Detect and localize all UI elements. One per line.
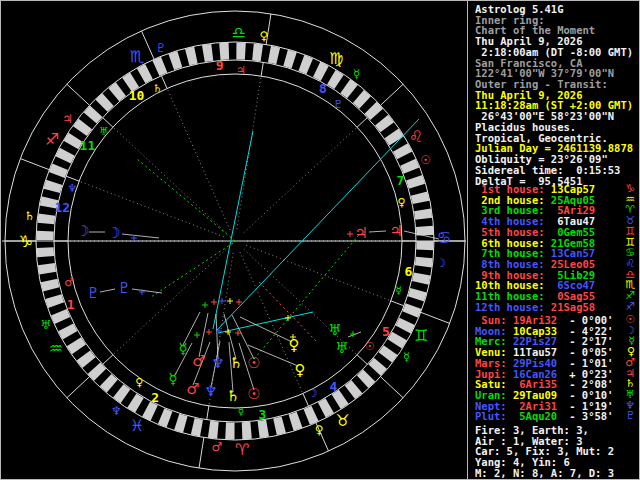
house-cusp-ray: [167, 88, 230, 230]
planet-icon: ♇: [625, 411, 638, 422]
house-number: 9: [216, 58, 224, 73]
zodiac-sign-icon: ♒: [49, 339, 63, 358]
house-number: 10: [129, 88, 145, 103]
sign-ruler-icon: ♃: [62, 112, 73, 126]
house-number: 4: [330, 379, 338, 394]
house-cusp-spoke: [381, 84, 404, 105]
sign-ruler-icon: ♆: [111, 404, 122, 418]
zodiac-sign-icon: ♎: [231, 23, 245, 42]
house-ruler-icon: ☽: [308, 387, 318, 400]
zodiac-sign-icon: ♋: [437, 228, 451, 247]
house-cusp-ray: [113, 127, 226, 233]
house-cusp-spoke: [20, 159, 49, 170]
chart-wheel: ♈♂♉♀♊☿♋☽♌☉♍☿♎♀♏♇♐♃♑♄♒♅♓♆1♂2♀3☿4☽5☉6☿7♀8♇…: [1, 1, 467, 479]
zodiac-sign-icon: ♑: [19, 232, 33, 251]
planet-row: Mars: 29Pis40- 1°01'♂: [475, 358, 638, 369]
planet-row: Plut: 5Aqu20- 3°58'♇: [475, 411, 638, 422]
house-cusp-ray: [244, 127, 357, 233]
house-cusp-spoke: [199, 438, 204, 469]
house-cusp-spoke: [207, 406, 209, 420]
planet-icon: ♅: [328, 321, 341, 339]
house-ruler-icon: ♄: [152, 82, 162, 95]
planet-icon: ♆: [211, 354, 224, 372]
planet-icon: ♅: [335, 339, 348, 357]
planet-label: Mars:: [475, 358, 507, 369]
house-cusp-spoke: [381, 377, 404, 398]
house-number: 7: [396, 173, 404, 188]
house-cusp-spoke: [391, 301, 404, 306]
astrolog-window: ♈♂♉♀♊☿♋☽♌☉♍☿♎♀♏♇♐♃♑♄♒♅♓♆1♂2♀3☿4☽5☉6☿7♀8♇…: [0, 0, 640, 480]
sign-ruler-icon: ♄: [24, 209, 35, 223]
house-ruler-icon: ♇: [333, 98, 343, 111]
planet-icon: ☽: [107, 224, 120, 242]
house-ruler-icon: ♆: [67, 182, 77, 195]
house-number: 1: [67, 297, 75, 312]
planet-pointer-line: [132, 289, 162, 293]
zodiac-sign-icon: ♈: [235, 440, 249, 459]
aspect-line: [137, 159, 235, 241]
planet-icon: ♃: [354, 224, 367, 242]
house-ruler-icon: ☿: [395, 284, 402, 297]
planet-icon: ♀: [295, 361, 306, 379]
zodiac-sign-icon: ♌: [409, 127, 423, 146]
calculation-section: Placidus houses.Tropical, Geocentric.Jul…: [475, 122, 638, 186]
chart-info-section: Astrolog 5.41GInner ring:Chart of the Mo…: [475, 4, 638, 122]
planet-pointer-line: [122, 234, 159, 238]
planet-icon: ♀: [289, 336, 300, 354]
aspect-line: [259, 282, 316, 341]
house-ruler-icon: ☿: [238, 405, 245, 418]
planet-icon: ☽: [76, 222, 89, 240]
position-marker: [219, 298, 225, 304]
house-ruler-icon: ♂: [64, 276, 74, 289]
house-number: 3: [259, 407, 267, 422]
sign-ruler-icon: ☿: [403, 350, 410, 364]
planet-pointer-line: [369, 231, 386, 232]
house-row: 5th house: 0Gem55♊: [475, 227, 638, 238]
house-label: 12th house:: [475, 302, 545, 313]
house-ruler-icon: ♅: [99, 125, 109, 138]
house-cusp-value: 21Sag58: [545, 302, 596, 313]
zodiac-sign-icon: ♐: [45, 130, 59, 149]
planet-pointer-line: [232, 315, 254, 359]
summary-line: M: 2, N: 8, A: 7, D: 3: [475, 468, 638, 479]
planet-icon: ☉: [247, 354, 260, 372]
sign-ruler-icon: ☿: [353, 67, 360, 81]
position-marker: [347, 231, 353, 237]
house-cusp-ray: [113, 249, 226, 355]
planet-position-list: Sun: 19Ari32- 0°00'☉Moon: 10Cap33- 4°22'…: [475, 315, 638, 422]
sign-ruler-icon: ♂: [212, 440, 223, 454]
planet-icon: ☉: [247, 385, 260, 403]
house-cusp-list: 1st house: 13Cap57♑ 2nd house: 25Aqu05♒ …: [475, 184, 638, 312]
planet-icon: ♂: [186, 380, 199, 398]
zodiac-sign-icon: ♊: [414, 326, 428, 345]
sign-ruler-icon: ☽: [435, 256, 446, 270]
house-cusp-ray: [246, 245, 391, 301]
sign-ruler-icon: ☉: [420, 153, 431, 167]
sign-ruler-icon: ♇: [155, 41, 166, 55]
house-cusp-spoke: [261, 62, 263, 76]
zodiac-sign-icon: ♉: [335, 411, 349, 430]
planet-icon: ♄: [229, 354, 242, 372]
house-ruler-icon: ☉: [365, 340, 375, 353]
planet-position-value: 5Aqu20: [507, 411, 558, 422]
info-line: 2:18:00am (DT -8:00 GMT): [475, 47, 638, 58]
house-cusp-spoke: [421, 312, 450, 323]
house-cusp-spoke: [357, 118, 367, 128]
house-row: 12th house: 21Sag58♐: [475, 302, 638, 313]
house-cusp-spoke: [67, 377, 90, 398]
house-cusp-value: 0Gem55: [545, 227, 596, 238]
calc-line: Sidereal time: 0:15:53: [475, 165, 638, 176]
sign-ruler-icon: ♀: [259, 29, 268, 43]
planet-pointer-line: [240, 317, 292, 342]
planet-position-value: 29Pis40: [507, 358, 558, 369]
house-number: 11: [80, 138, 96, 153]
planet-icon: ♃: [389, 222, 402, 240]
house-label: 5th house:: [475, 227, 545, 238]
zodiac-sign-icon: ♓: [130, 416, 144, 435]
planet-icon: ♆: [204, 382, 217, 400]
planet-icon: ♂: [192, 352, 205, 370]
position-marker: [194, 332, 200, 338]
planet-declination: - 1°01': [569, 358, 613, 369]
planet-declination: - 3°58': [569, 411, 613, 422]
house-cusp-ray: [79, 181, 224, 237]
